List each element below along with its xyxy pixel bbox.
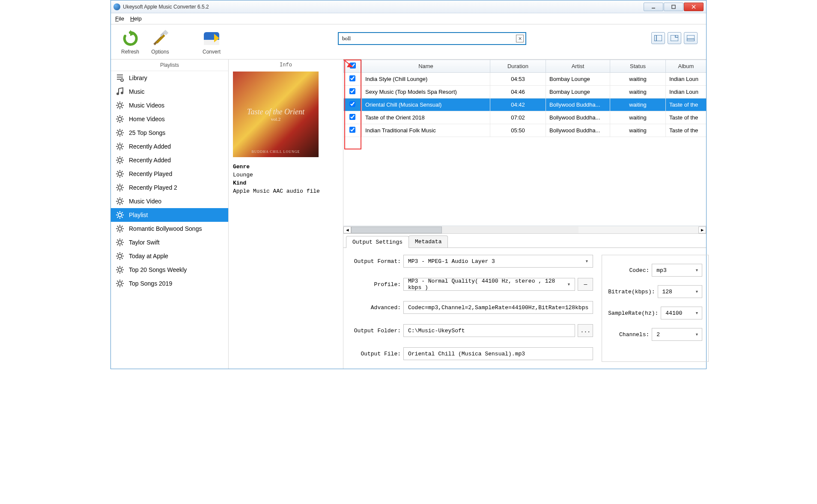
refresh-button[interactable]: Refresh [115, 30, 145, 55]
horizontal-scrollbar[interactable]: ◂ ▸ [343, 226, 706, 233]
col-status[interactable]: Status [610, 60, 666, 73]
profile-select[interactable]: MP3 - Normal Quality( 44100 Hz, stereo ,… [403, 278, 575, 291]
svg-line-101 [117, 212, 118, 213]
bitrate-select[interactable]: 128 [658, 285, 703, 298]
svg-line-93 [122, 203, 122, 204]
svg-line-131 [117, 258, 118, 259]
svg-line-95 [117, 203, 118, 204]
browse-folder-button[interactable]: ... [578, 324, 593, 337]
cell-name: Oriental Chill (Musica Sensual) [362, 98, 490, 111]
table-row[interactable]: Oriental Chill (Musica Sensual) 04:42 Bo… [344, 98, 707, 111]
view-left-panel-button[interactable] [651, 32, 665, 44]
svg-point-105 [118, 227, 122, 230]
svg-line-86 [117, 189, 118, 190]
col-album[interactable]: Album [666, 60, 707, 73]
sidebar-item-label: Music Video [129, 198, 161, 205]
view-bottom-panel-button[interactable] [684, 32, 698, 44]
svg-point-123 [118, 254, 122, 258]
svg-line-104 [117, 217, 118, 218]
gear-icon [115, 210, 125, 220]
view-top-panel-button[interactable] [668, 32, 681, 44]
output-file-input[interactable]: Oriental Chill (Musica Sensual).mp3 [403, 347, 593, 360]
track-table-wrap: Name Duration Artist Status Album India … [343, 60, 706, 233]
tab-output-settings[interactable]: Output Settings [346, 236, 409, 248]
svg-line-84 [122, 189, 122, 190]
svg-line-31 [122, 103, 122, 104]
sidebar-item-home-videos[interactable]: Home Videos [111, 112, 228, 126]
samplerate-select[interactable]: 44100 [661, 307, 702, 319]
gear-icon [115, 279, 125, 288]
convert-button[interactable]: Convert [197, 30, 227, 55]
svg-point-78 [118, 186, 122, 189]
advanced-input[interactable]: Codec=mp3,Channel=2,SampleRate=44100Hz,B… [403, 301, 593, 314]
sidebar-item-taylor-swift[interactable]: Taylor Swift [111, 236, 228, 249]
sidebar-item-recently-played[interactable]: Recently Played [111, 167, 228, 181]
cell-duration: 04:42 [490, 98, 546, 111]
menu-file[interactable]: File [115, 15, 124, 22]
sidebar-item-today-at-apple[interactable]: Today at Apple [111, 249, 228, 263]
svg-line-113 [117, 230, 118, 231]
close-button[interactable] [684, 3, 704, 11]
sidebar-item-label: Home Videos [129, 116, 165, 122]
gear-icon [115, 224, 125, 233]
svg-line-30 [122, 107, 122, 108]
bitrate-label: Bitrate(kbps): [608, 289, 655, 295]
svg-rect-11 [654, 35, 662, 41]
table-row[interactable]: Indian Traditional Folk Music 05:50 Boll… [344, 124, 707, 137]
codec-select[interactable]: mp3 [652, 264, 702, 277]
cell-duration: 04:46 [490, 86, 546, 98]
col-artist[interactable]: Artist [546, 60, 610, 73]
sidebar-item-music-videos[interactable]: Music Videos [111, 98, 228, 112]
sidebar-item-music-video[interactable]: Music Video [111, 194, 228, 208]
toolbar: Refresh Options Convert ✕ [111, 24, 706, 60]
bottom-panel: Output Settings Metadata Output Format: … [343, 233, 706, 369]
search-input[interactable] [339, 35, 516, 42]
svg-line-56 [117, 144, 118, 145]
sidebar-item-library[interactable]: Library [111, 71, 228, 85]
svg-line-65 [117, 158, 118, 158]
output-folder-input[interactable]: C:\Music-UkeySoft [403, 324, 575, 337]
playlist-sidebar: Playlists LibraryMusicMusic VideosHome V… [111, 60, 229, 369]
cell-artist: Bombay Lounge [546, 73, 610, 86]
sidebar-item-recently-added[interactable]: Recently Added [111, 153, 228, 167]
svg-line-112 [122, 226, 122, 227]
svg-line-7 [157, 35, 164, 43]
library-icon [115, 73, 125, 83]
sidebar-item-top-songs-2019[interactable]: Top Songs 2019 [111, 277, 228, 290]
cell-status: waiting [610, 124, 666, 137]
sidebar-item-music[interactable]: Music [111, 85, 228, 98]
cell-album: Indian Loun [666, 73, 707, 86]
svg-point-87 [118, 200, 122, 203]
sidebar-item-label: Recently Played [129, 170, 172, 177]
sidebar-item-top-20-songs-weekly[interactable]: Top 20 Songs Weekly [111, 263, 228, 277]
maximize-button[interactable] [664, 3, 683, 11]
sidebar-item-label: Playlist [129, 212, 148, 218]
svg-line-48 [122, 134, 122, 135]
col-name[interactable]: Name [362, 60, 490, 73]
svg-line-103 [122, 212, 122, 213]
svg-line-119 [117, 240, 118, 241]
svg-line-67 [122, 158, 122, 158]
options-button[interactable]: Options [145, 30, 175, 55]
table-row[interactable]: India Style (Chill Lounge) 04:53 Bombay … [344, 73, 707, 86]
tab-metadata[interactable]: Metadata [408, 236, 448, 248]
table-row[interactable]: Sexy Music (Top Models Spa Resort) 04:46… [344, 86, 707, 98]
sidebar-item-recently-played-2[interactable]: Recently Played 2 [111, 181, 228, 194]
profile-reset-button[interactable]: — [578, 278, 593, 291]
col-duration[interactable]: Duration [490, 60, 546, 73]
channels-select[interactable]: 2 [652, 328, 702, 341]
clear-search-icon[interactable]: ✕ [516, 35, 524, 42]
table-row[interactable]: Taste of the Orient 2018 07:02 Bollywood… [344, 111, 707, 124]
sidebar-item-25-top-songs[interactable]: 25 Top Songs [111, 126, 228, 140]
sidebar-item-label: Top 20 Songs Weekly [129, 266, 187, 273]
minimize-button[interactable] [644, 3, 663, 11]
sidebar-item-label: Music Videos [129, 102, 164, 109]
cell-name: Indian Traditional Folk Music [362, 124, 490, 137]
sidebar-item-romantic-bollywood-songs[interactable]: Romantic Bollywood Songs [111, 222, 228, 236]
sidebar-item-recently-added[interactable]: Recently Added [111, 140, 228, 153]
menu-help[interactable]: Help [130, 15, 142, 22]
sidebar-item-label: Top Songs 2019 [129, 280, 172, 287]
cell-status: waiting [610, 111, 666, 124]
output-format-select[interactable]: MP3 - MPEG-1 Audio Layer 3 [403, 255, 593, 268]
sidebar-item-playlist[interactable]: Playlist [111, 208, 228, 222]
